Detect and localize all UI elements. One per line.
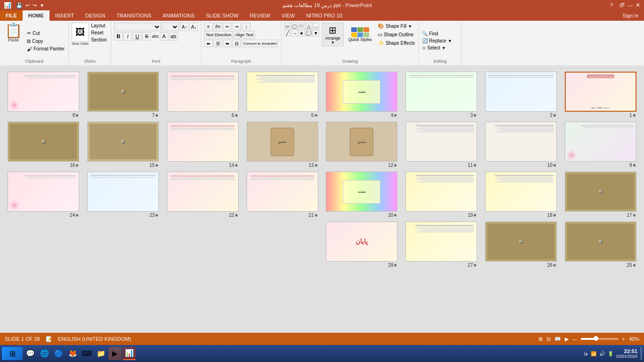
slide-star-25[interactable]: ★: [632, 263, 636, 268]
cut-button[interactable]: ✂ Cut: [26, 30, 66, 37]
increase-font-button[interactable]: A↑: [180, 23, 189, 31]
slide-item[interactable]: ★14: [165, 122, 241, 168]
shape-star[interactable]: ★: [298, 30, 305, 36]
reading-view-icon[interactable]: 📖: [554, 336, 561, 342]
slideshow-icon[interactable]: ▶: [565, 336, 569, 342]
taskbar-powerpoint[interactable]: 📊: [123, 347, 136, 360]
slide-star-23[interactable]: ★: [155, 213, 159, 218]
tab-slideshow[interactable]: SLIDE SHOW: [200, 10, 244, 21]
slide-star-21[interactable]: ★: [314, 213, 318, 218]
taskbar-telegram[interactable]: 💬: [24, 347, 37, 360]
slide-item[interactable]: ★10: [483, 122, 559, 168]
new-slide-button[interactable]: 🖼 New Slide: [72, 23, 89, 46]
slide-item[interactable]: 🏛★16: [6, 122, 82, 168]
find-button[interactable]: 🔍Find: [422, 31, 458, 36]
slide-star-19[interactable]: ★: [473, 213, 477, 218]
slide-star-17[interactable]: ★: [632, 213, 636, 218]
layout-button[interactable]: Layout: [91, 23, 107, 29]
slide-star-8[interactable]: ★: [75, 113, 79, 118]
underline-button[interactable]: U: [133, 32, 141, 41]
slide-item[interactable]: ★6: [165, 72, 241, 118]
slide-item[interactable]: 🏛★26: [483, 222, 559, 268]
tab-design[interactable]: DESIGN: [80, 10, 111, 21]
tab-transitions[interactable]: TRANSITIONS: [111, 10, 157, 21]
slide-item[interactable]: ★22: [165, 172, 241, 218]
slide-item[interactable]: 🏛★7: [85, 72, 161, 118]
shape-dropdown[interactable]: ▼: [313, 30, 319, 36]
slide-item[interactable]: منشور★12: [324, 122, 400, 168]
font-name-select[interactable]: [114, 23, 161, 31]
taskbar-explorer[interactable]: 📁: [94, 347, 107, 360]
slide-item[interactable]: 🏛★15: [85, 122, 161, 168]
slide-item[interactable]: 🏛★17: [562, 172, 638, 218]
shape-callout[interactable]: 💬: [305, 30, 312, 36]
text-direction-button[interactable]: Text Direction: [204, 31, 233, 39]
tab-home[interactable]: HOME: [23, 10, 50, 21]
quick-styles-button[interactable]: Quick Styles: [347, 23, 374, 46]
slide-sorter-icon[interactable]: ⊟: [546, 336, 551, 342]
slide-item[interactable]: ★27: [404, 222, 479, 268]
tab-insert[interactable]: INSERT: [50, 10, 80, 21]
shape-arrow[interactable]: →: [291, 30, 298, 36]
slide-star-27[interactable]: ★: [473, 263, 477, 268]
slide-star-28[interactable]: ★: [393, 263, 397, 268]
shape-rounded-rect[interactable]: ▢: [291, 23, 298, 29]
format-painter-button[interactable]: 🖌 Format Painter: [26, 46, 66, 52]
slide-star-15[interactable]: ★: [155, 163, 159, 168]
slide-item[interactable]: 🏛★25: [562, 222, 638, 268]
slide-star-10[interactable]: ★: [553, 163, 557, 168]
slide-item[interactable]: بسم الله الرحمن الرحیمدرس ۱۹ مطالعات هفت…: [562, 72, 638, 118]
slide-star-16[interactable]: ★: [75, 163, 79, 168]
decrease-indent-button[interactable]: ⇐: [223, 23, 231, 30]
undo-qa-icon[interactable]: ↩: [25, 2, 30, 8]
shape-rect[interactable]: ▭: [284, 23, 291, 29]
text-highlight-button[interactable]: ab: [169, 32, 178, 41]
slide-star-11[interactable]: ★: [473, 163, 477, 168]
normal-view-icon[interactable]: ⊞: [538, 336, 543, 342]
tab-review[interactable]: REVIEW: [244, 10, 276, 21]
slide-item[interactable]: نقشه★4: [324, 72, 400, 118]
notes-icon[interactable]: 📝: [46, 336, 52, 342]
slide-item[interactable]: پایان★28: [324, 222, 400, 268]
restore-btn[interactable]: 🗗: [619, 2, 625, 8]
convert-smartart-button[interactable]: Convert to SmartArt: [242, 40, 278, 47]
shape-more[interactable]: …: [313, 23, 319, 29]
shape-effects-button[interactable]: ✨ Shape Effects: [377, 40, 416, 47]
redo-qa-icon[interactable]: ↪: [33, 2, 37, 8]
slide-star-24[interactable]: ★: [75, 213, 79, 218]
strikethrough-button[interactable]: S: [142, 32, 151, 41]
slide-star-22[interactable]: ★: [234, 213, 239, 218]
save-qa-icon[interactable]: 💾: [16, 2, 23, 8]
align-right-button[interactable]: ➡: [223, 40, 231, 47]
slide-star-13[interactable]: ★: [314, 163, 318, 168]
font-color-button[interactable]: A: [160, 32, 168, 41]
slide-item[interactable]: 🌸★9: [562, 122, 638, 168]
slide-star-14[interactable]: ★: [234, 163, 239, 168]
font-size-select[interactable]: [162, 23, 179, 31]
numbered-list-button[interactable]: #≡: [214, 23, 222, 30]
bullet-list-button[interactable]: ≡: [204, 23, 213, 30]
slide-item[interactable]: ★11: [404, 122, 479, 168]
replace-button[interactable]: 🔄Replace ▼: [422, 38, 458, 43]
slide-star-2[interactable]: ★: [553, 113, 557, 118]
shape-outline-button[interactable]: ▭ Shape Outline: [377, 31, 416, 38]
help-btn[interactable]: ?: [610, 2, 613, 8]
slide-item[interactable]: ★21: [244, 172, 320, 218]
slide-star-20[interactable]: ★: [393, 213, 397, 218]
shape-fill-button[interactable]: 🎨 Shape Fill ▼: [377, 23, 416, 30]
tab-nitro[interactable]: NITRO PRO 10: [300, 10, 347, 21]
paste-button[interactable]: 📋 Paste: [3, 23, 24, 59]
slide-item[interactable]: منشور★13: [244, 122, 320, 168]
slide-star-12[interactable]: ★: [393, 163, 397, 168]
slide-item[interactable]: نقشه★20: [324, 172, 400, 218]
minimize-btn[interactable]: —: [627, 2, 633, 8]
select-button[interactable]: ⊹Select ▼: [422, 45, 458, 50]
slide-item[interactable]: ★18: [483, 172, 559, 218]
taskbar-lang[interactable]: فا: [584, 351, 588, 356]
taskbar-firefox[interactable]: 🦊: [66, 347, 79, 360]
slide-star-4[interactable]: ★: [393, 113, 397, 118]
slide-star-3[interactable]: ★: [473, 113, 477, 118]
slide-item[interactable]: 🌸★8: [6, 72, 82, 118]
reset-button[interactable]: Reset: [91, 30, 107, 36]
align-center-button[interactable]: ☰: [214, 40, 222, 47]
